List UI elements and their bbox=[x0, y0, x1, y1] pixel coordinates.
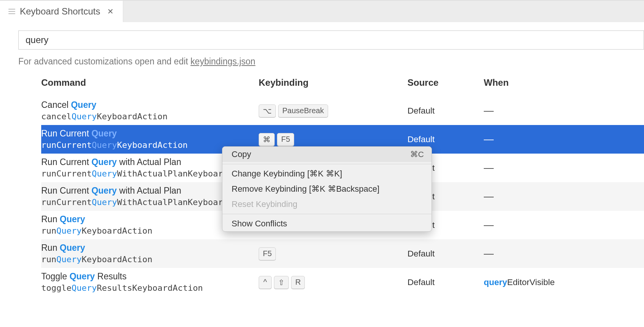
menu-item-label: Change Keybinding [⌘K ⌘K] bbox=[232, 169, 342, 179]
when-cell: — bbox=[484, 133, 606, 145]
close-icon[interactable]: ✕ bbox=[105, 7, 116, 16]
source-cell: Default bbox=[407, 135, 484, 144]
command-title: Run Current Query bbox=[41, 128, 259, 139]
pencil-icon[interactable] bbox=[25, 139, 34, 151]
menu-separator bbox=[222, 214, 431, 214]
source-cell: Default bbox=[407, 277, 484, 287]
header-when[interactable]: When bbox=[484, 77, 606, 88]
command-id: cancelQueryKeyboardAction bbox=[41, 111, 259, 122]
search-input[interactable] bbox=[18, 30, 644, 50]
when-cell: — bbox=[484, 219, 606, 231]
key-cap: ⇧ bbox=[274, 276, 289, 289]
table-row[interactable]: Cancel QuerycancelQueryKeyboardAction⌥Pa… bbox=[41, 96, 644, 125]
command-id: runQueryKeyboardAction bbox=[41, 254, 259, 265]
table-header: Command Keybinding Source When bbox=[41, 77, 644, 96]
header-command[interactable]: Command bbox=[41, 77, 259, 88]
key-cap: PauseBreak bbox=[278, 104, 328, 117]
menu-item[interactable]: Show Conflicts bbox=[222, 216, 431, 231]
key-cap: R bbox=[291, 276, 305, 289]
tab-keyboard-shortcuts[interactable]: Keyboard Shortcuts ✕ bbox=[0, 1, 123, 22]
menu-item: Reset Keybinding bbox=[222, 197, 431, 212]
command-title: Run Query bbox=[41, 242, 259, 254]
key-cap: ⌘ bbox=[259, 133, 275, 146]
command-id: toggleQueryResultsKeyboardAction bbox=[41, 282, 259, 294]
tab-icon bbox=[8, 9, 15, 14]
keybinding-cell: F5 bbox=[259, 247, 407, 260]
source-cell: Default bbox=[407, 249, 484, 259]
key-cap: ^ bbox=[259, 276, 272, 289]
when-cell: queryEditorVisible bbox=[484, 277, 606, 287]
command-title: Cancel Query bbox=[41, 99, 259, 111]
menu-item[interactable]: Remove Keybinding [⌘K ⌘Backspace] bbox=[222, 181, 431, 197]
menu-item-label: Show Conflicts bbox=[232, 219, 287, 229]
table-row[interactable]: Toggle Query ResultstoggleQueryResultsKe… bbox=[41, 268, 644, 297]
context-menu: Copy⌘CChange Keybinding [⌘K ⌘K]Remove Ke… bbox=[222, 146, 432, 232]
keybinding-cell: ⌥PauseBreak bbox=[259, 104, 407, 117]
command-cell: Run QueryrunQueryKeyboardAction bbox=[41, 242, 259, 265]
when-cell: — bbox=[484, 191, 606, 202]
tab-title: Keyboard Shortcuts bbox=[20, 6, 100, 17]
menu-item[interactable]: Change Keybinding [⌘K ⌘K] bbox=[222, 166, 431, 181]
command-title: Toggle Query Results bbox=[41, 271, 259, 282]
header-keybinding[interactable]: Keybinding bbox=[259, 77, 407, 88]
table-row[interactable]: Run QueryrunQueryKeyboardActionF5Default… bbox=[41, 239, 644, 268]
source-cell: Default bbox=[407, 106, 484, 116]
menu-item-label: Copy bbox=[232, 149, 251, 159]
advanced-hint: For advanced customizations open and edi… bbox=[18, 56, 644, 67]
command-cell: Cancel QuerycancelQueryKeyboardAction bbox=[41, 99, 259, 122]
key-cap: F5 bbox=[259, 247, 276, 260]
keybindings-json-link[interactable]: keybindings.json bbox=[190, 56, 255, 66]
header-source[interactable]: Source bbox=[407, 77, 484, 88]
menu-separator bbox=[222, 164, 431, 164]
when-cell: — bbox=[484, 248, 606, 260]
menu-item-label: Reset Keybinding bbox=[232, 199, 297, 209]
key-cap: F5 bbox=[277, 133, 294, 146]
menu-item-label: Remove Keybinding [⌘K ⌘Backspace] bbox=[232, 184, 380, 194]
when-cell: — bbox=[484, 105, 606, 117]
when-cell: — bbox=[484, 162, 606, 174]
menu-item-shortcut: ⌘C bbox=[410, 150, 424, 159]
tab-bar: Keyboard Shortcuts ✕ bbox=[0, 0, 644, 22]
key-cap: ⌥ bbox=[259, 104, 276, 117]
hint-text: For advanced customizations open and edi… bbox=[18, 56, 190, 66]
command-cell: Toggle Query ResultstoggleQueryResultsKe… bbox=[41, 271, 259, 294]
keybinding-cell: ^⇧R bbox=[259, 276, 407, 289]
keybinding-cell: ⌘F5 bbox=[259, 133, 407, 146]
menu-item[interactable]: Copy⌘C bbox=[222, 147, 431, 162]
keyboard-shortcuts-editor: Keyboard Shortcuts ✕ For advanced custom… bbox=[0, 0, 644, 327]
